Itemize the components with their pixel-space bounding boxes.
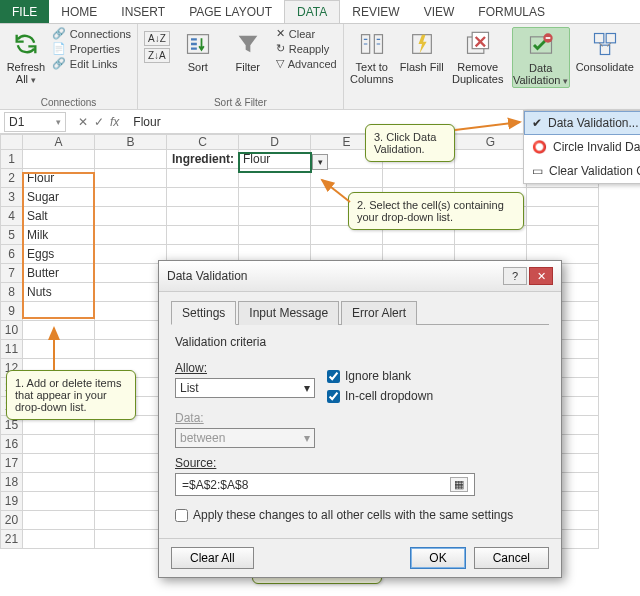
col-header[interactable]: B	[95, 135, 167, 150]
cell[interactable]	[95, 226, 167, 245]
cell[interactable]	[95, 188, 167, 207]
allow-select[interactable]: List▾	[175, 378, 315, 398]
cell[interactable]	[95, 207, 167, 226]
tab-pagelayout[interactable]: PAGE LAYOUT	[177, 0, 284, 23]
cell[interactable]	[167, 226, 239, 245]
cancel-formula-icon[interactable]: ✕	[78, 115, 88, 129]
cell[interactable]	[167, 207, 239, 226]
dialog-tab-input-message[interactable]: Input Message	[238, 301, 339, 325]
fx-icon[interactable]: fx	[110, 115, 119, 129]
col-header[interactable]: G	[455, 135, 527, 150]
row-header[interactable]: 2	[1, 169, 23, 188]
cell[interactable]	[95, 283, 167, 302]
tab-file[interactable]: FILE	[0, 0, 49, 23]
cell[interactable]: Nuts	[23, 283, 95, 302]
cell[interactable]: Butter	[23, 264, 95, 283]
row-header[interactable]: 20	[1, 511, 23, 530]
cell[interactable]: Flour	[23, 169, 95, 188]
col-header[interactable]: C	[167, 135, 239, 150]
row-header[interactable]: 6	[1, 245, 23, 264]
dialog-tab-error-alert[interactable]: Error Alert	[341, 301, 417, 325]
ok-button[interactable]: OK	[410, 547, 465, 569]
sort-button[interactable]: Sort	[176, 27, 220, 73]
dialog-close-button[interactable]: ✕	[529, 267, 553, 285]
cell[interactable]	[167, 188, 239, 207]
menu-data-validation[interactable]: ✔ Data Validation...	[524, 111, 640, 135]
cell[interactable]	[527, 188, 599, 207]
cell[interactable]	[455, 169, 527, 188]
cell[interactable]: Milk	[23, 226, 95, 245]
row-header[interactable]: 3	[1, 188, 23, 207]
row-header[interactable]: 8	[1, 283, 23, 302]
row-header[interactable]: 11	[1, 340, 23, 359]
range-selector-icon[interactable]: ▦	[450, 477, 468, 492]
cell[interactable]	[95, 245, 167, 264]
row-header[interactable]: 18	[1, 473, 23, 492]
clear-all-button[interactable]: Clear All	[171, 547, 254, 569]
row-header[interactable]: 5	[1, 226, 23, 245]
connections-button[interactable]: 🔗Connections	[52, 27, 131, 40]
row-header[interactable]: 1	[1, 150, 23, 169]
edit-links-button[interactable]: 🔗Edit Links	[52, 57, 131, 70]
cell[interactable]	[95, 169, 167, 188]
col-header[interactable]: A	[23, 135, 95, 150]
tab-insert[interactable]: INSERT	[109, 0, 177, 23]
select-all-corner[interactable]	[1, 135, 23, 150]
properties-button[interactable]: 📄Properties	[52, 42, 131, 55]
menu-clear-validation[interactable]: ▭ Clear Validation C	[524, 159, 640, 183]
tab-home[interactable]: HOME	[49, 0, 109, 23]
tab-view[interactable]: VIEW	[412, 0, 467, 23]
source-input[interactable]: =$A$2:$A$8 ▦	[175, 473, 475, 496]
row-header[interactable]: 9	[1, 302, 23, 321]
tab-formulas[interactable]: FORMULAS	[466, 0, 557, 23]
tab-review[interactable]: REVIEW	[340, 0, 411, 23]
reapply-button[interactable]: ↻Reapply	[276, 42, 337, 55]
row-header[interactable]: 16	[1, 435, 23, 454]
consolidate-button[interactable]: Consolidate	[576, 27, 634, 73]
ignore-blank-checkbox[interactable]: Ignore blank	[327, 369, 433, 383]
cell[interactable]	[167, 169, 239, 188]
flash-fill-button[interactable]: Flash Fill	[400, 27, 444, 73]
cell[interactable]: Salt	[23, 207, 95, 226]
dialog-tab-settings[interactable]: Settings	[171, 301, 236, 325]
col-header[interactable]: D	[239, 135, 311, 150]
text-to-columns-button[interactable]: Text to Columns	[350, 27, 394, 85]
filter-button[interactable]: Filter	[226, 27, 270, 73]
cell[interactable]	[383, 169, 455, 188]
apply-all-checkbox[interactable]: Apply these changes to all other cells w…	[175, 508, 545, 522]
cell[interactable]	[239, 169, 311, 188]
cancel-button[interactable]: Cancel	[474, 547, 549, 569]
row-header[interactable]: 7	[1, 264, 23, 283]
menu-circle-invalid[interactable]: ⭕ Circle Invalid Data	[524, 135, 640, 159]
name-box[interactable]: D1 ▾	[4, 112, 66, 132]
row-header[interactable]: 4	[1, 207, 23, 226]
data-validation-button[interactable]: Data Validation	[512, 27, 570, 88]
row-header[interactable]: 17	[1, 454, 23, 473]
tab-data[interactable]: DATA	[284, 0, 340, 23]
cell[interactable]	[95, 150, 167, 169]
cell[interactable]	[239, 188, 311, 207]
advanced-filter-button[interactable]: ▽Advanced	[276, 57, 337, 70]
dialog-help-button[interactable]: ?	[503, 267, 527, 285]
refresh-all-button[interactable]: Refresh All	[6, 27, 46, 86]
cell[interactable]	[95, 264, 167, 283]
remove-duplicates-button[interactable]: Remove Duplicates	[450, 27, 506, 85]
cell[interactable]	[311, 169, 383, 188]
sort-az-za[interactable]: A↓Z Z↓A	[144, 27, 170, 63]
clear-filter-button[interactable]: ✕Clear	[276, 27, 337, 40]
cell[interactable]	[239, 226, 311, 245]
row-header[interactable]: 19	[1, 492, 23, 511]
cell[interactable]	[527, 207, 599, 226]
enter-formula-icon[interactable]: ✓	[94, 115, 104, 129]
cell[interactable]	[239, 207, 311, 226]
cell[interactable]	[23, 150, 95, 169]
cell[interactable]: Eggs	[23, 245, 95, 264]
cell-D1[interactable]: Flour	[239, 150, 311, 169]
incell-dropdown-checkbox[interactable]: In-cell dropdown	[327, 389, 433, 403]
cell[interactable]: Sugar	[23, 188, 95, 207]
cell[interactable]: Ingredient:	[167, 150, 239, 169]
cell[interactable]	[455, 150, 527, 169]
cell-dropdown-arrow[interactable]: ▾	[312, 154, 328, 170]
cell[interactable]	[527, 226, 599, 245]
row-header[interactable]: 10	[1, 321, 23, 340]
